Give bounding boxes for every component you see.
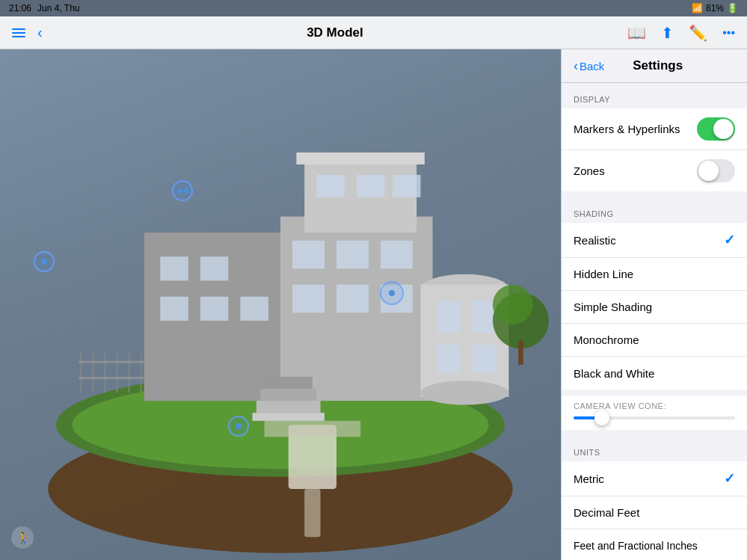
status-time: 21:06 [9,3,31,13]
simple-shading-label: Simple Shading [574,301,652,313]
monochrome-label: Monochrome [574,333,639,346]
metric-row[interactable]: Metric ✓ [562,461,747,496]
display-section-header: DISPLAY [562,83,747,108]
svg-rect-40 [260,389,316,401]
svg-rect-42 [253,413,325,421]
svg-rect-27 [336,285,369,313]
house-svg [0,49,561,560]
settings-title: Settings [610,58,705,73]
markers-label: Markers & Hyperlinks [574,123,680,135]
units-group: Metric ✓ Decimal Feet Feet and Fractiona… [562,461,747,560]
svg-point-34 [421,381,509,404]
hidden-line-label: Hidden Line [574,268,633,280]
black-white-row[interactable]: Black and White [562,357,747,390]
pencil-icon[interactable]: ✏️ [689,24,707,42]
svg-rect-26 [292,285,325,313]
svg-rect-18 [160,256,188,280]
main-toolbar: ‹ 3D Model 📖 ⬆ ✏️ ••• [0,16,747,49]
divider-3 [562,430,747,436]
svg-rect-31 [393,175,421,197]
divider-1 [562,191,747,197]
svg-rect-24 [336,241,369,269]
status-date: Jun 4, Thu [37,3,79,13]
svg-rect-48 [265,421,361,437]
svg-marker-49 [176,187,183,195]
svg-rect-23 [292,241,325,269]
settings-header: ‹ Back Settings [562,49,747,83]
svg-rect-47 [304,489,320,537]
svg-rect-38 [473,345,497,373]
shading-section-header: SHADING [562,197,747,223]
svg-rect-30 [357,175,385,197]
markers-toggle[interactable] [697,117,735,141]
camera-cone-slider[interactable] [574,416,735,419]
share-icon[interactable]: ⬆ [661,24,674,42]
decimal-feet-row[interactable]: Decimal Feet [562,496,747,529]
units-section-header: UNITS [562,436,747,461]
svg-rect-20 [160,297,188,321]
wifi-icon: 📶 [692,3,703,13]
back-button[interactable]: ‹ Back [574,59,604,73]
svg-rect-35 [437,301,461,333]
toolbar-title: 3D Model [307,25,363,40]
menu-button[interactable] [12,28,25,37]
markers-hyperlinks-row[interactable]: Markers & Hyperlinks [562,108,747,150]
battery-icon: 🔋 [727,3,738,13]
model-view[interactable]: 🚶 [0,49,561,560]
realistic-row[interactable]: Realistic ✓ [562,223,747,258]
realistic-label: Realistic [574,234,616,247]
svg-rect-17 [296,153,424,164]
svg-rect-41 [256,401,321,413]
marker-3[interactable] [380,281,404,305]
realistic-check: ✓ [724,232,735,248]
zones-label: Zones [574,164,605,177]
svg-rect-3 [80,353,82,393]
svg-rect-5 [104,353,105,393]
metric-check: ✓ [724,470,735,487]
marker-1[interactable] [172,180,193,201]
camera-cone-header: CAMERA VIEW CONE: [574,396,735,410]
zones-row[interactable]: Zones [562,150,747,191]
svg-rect-4 [92,353,93,393]
svg-rect-45 [518,341,523,365]
back-arrow-icon[interactable]: ‹ [37,24,43,41]
fractional-inches-label: Feet and Fractional Inches [574,540,698,552]
svg-rect-37 [437,345,461,373]
camera-cone-section: CAMERA VIEW CONE: [562,396,747,430]
svg-rect-8 [141,353,142,393]
settings-panel: ‹ Back Settings DISPLAY Markers & Hyperl… [561,49,747,560]
svg-rect-25 [381,241,413,269]
fractional-inches-row[interactable]: Feet and Fractional Inches [562,529,747,560]
marker-2[interactable] [34,251,55,272]
more-icon[interactable]: ••• [722,26,735,40]
walk-mode-icon[interactable]: 🚶 [11,526,34,549]
hidden-line-row[interactable]: Hidden Line [562,258,747,291]
svg-rect-21 [200,297,229,321]
svg-rect-22 [240,297,268,321]
back-chevron-icon: ‹ [574,59,578,73]
black-white-label: Black and White [574,367,654,380]
marker-4[interactable] [228,416,249,437]
display-group: Markers & Hyperlinks Zones [562,108,747,191]
svg-rect-7 [128,353,129,393]
book-icon[interactable]: 📖 [627,24,646,42]
svg-rect-19 [200,256,229,280]
svg-rect-29 [316,175,345,197]
status-bar: 21:06 Jun 4, Thu 📶 81% 🔋 [0,0,747,16]
svg-rect-6 [116,353,117,393]
simple-shading-row[interactable]: Simple Shading [562,291,747,324]
metric-label: Metric [574,473,604,485]
svg-point-44 [493,285,533,325]
battery-level: 81% [706,3,724,13]
decimal-feet-label: Decimal Feet [574,506,639,519]
back-label: Back [580,60,604,73]
svg-rect-39 [265,377,313,389]
shading-group: Realistic ✓ Hidden Line Simple Shading M… [562,223,747,390]
zones-toggle[interactable] [697,159,735,182]
monochrome-row[interactable]: Monochrome [562,324,747,357]
divider-2 [562,390,747,396]
